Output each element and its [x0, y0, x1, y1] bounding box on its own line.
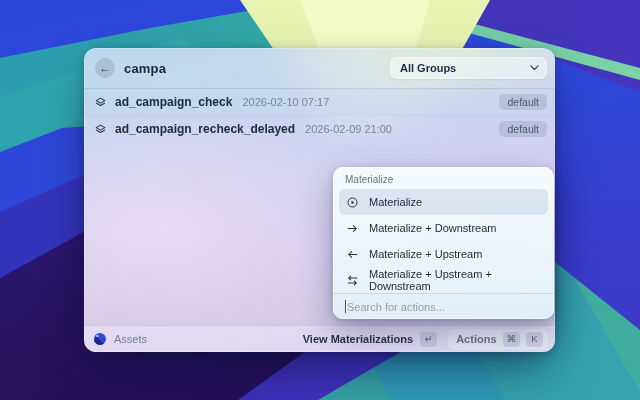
action-item-materialize-upstream[interactable]: Materialize + Upstream — [339, 241, 548, 267]
action-item-label: Materialize + Upstream — [369, 248, 482, 260]
group-filter-value: All Groups — [400, 62, 456, 74]
return-key-badge: ↵ — [420, 332, 437, 347]
asset-timestamp: 2026-02-10 07:17 — [242, 96, 329, 108]
popup-search-row — [333, 293, 554, 319]
back-arrow-icon: ← — [99, 61, 111, 75]
asset-result-row[interactable]: ad_campaign_recheck_delayed 2026-02-09 2… — [84, 115, 555, 142]
back-button[interactable]: ← — [95, 58, 115, 78]
action-item-label: Materialize + Downstream — [369, 222, 496, 234]
arrow-left-icon — [346, 248, 359, 261]
arrow-right-icon — [346, 222, 359, 235]
footer-actions: View Materializations ↵ Actions ⌘ K — [303, 329, 548, 350]
actions-popup: Materialize Materialize Materialize + Do… — [333, 167, 554, 319]
asset-result-row[interactable]: ad_campaign_check 2026-02-10 07:17 defau… — [84, 89, 555, 115]
actions-label: Actions — [456, 333, 496, 345]
app-logo-icon — [94, 333, 106, 345]
play-circle-icon — [346, 196, 359, 209]
asset-group-badge: default — [499, 121, 547, 138]
action-item-materialize-upstream-downstream[interactable]: Materialize + Upstream + Downstream — [339, 267, 548, 293]
group-filter-dropdown[interactable]: All Groups — [390, 57, 547, 79]
asset-results-list: ad_campaign_check 2026-02-10 07:17 defau… — [84, 89, 555, 142]
text-cursor — [345, 300, 346, 313]
asset-name: ad_campaign_recheck_delayed — [115, 122, 295, 136]
context-label: Assets — [114, 333, 147, 345]
cmd-key-badge: ⌘ — [503, 332, 521, 347]
k-key-badge: K — [526, 332, 543, 347]
search-query-input[interactable]: campa — [124, 61, 166, 76]
action-item-label: Materialize — [369, 196, 422, 208]
asset-group-badge: default — [499, 94, 547, 111]
asset-layers-icon — [94, 123, 107, 136]
chevron-down-icon — [530, 65, 539, 71]
asset-name: ad_campaign_check — [115, 95, 232, 109]
asset-layers-icon — [94, 96, 107, 109]
view-materializations-button[interactable]: View Materializations — [303, 333, 413, 345]
palette-footer: Assets View Materializations ↵ Actions ⌘… — [84, 325, 555, 352]
action-item-label: Materialize + Upstream + Downstream — [369, 268, 541, 292]
action-item-materialize-downstream[interactable]: Materialize + Downstream — [339, 215, 548, 241]
popup-action-list: Materialize Materialize + Downstream Mat… — [333, 187, 554, 293]
asset-timestamp: 2026-02-09 21:00 — [305, 123, 392, 135]
arrows-swap-icon — [346, 274, 359, 287]
action-item-materialize[interactable]: Materialize — [339, 189, 548, 215]
palette-header: ← campa All Groups — [84, 48, 555, 88]
action-search-input[interactable] — [347, 301, 542, 313]
popup-section-title: Materialize — [333, 167, 554, 187]
actions-button[interactable]: Actions ⌘ K — [448, 329, 548, 350]
